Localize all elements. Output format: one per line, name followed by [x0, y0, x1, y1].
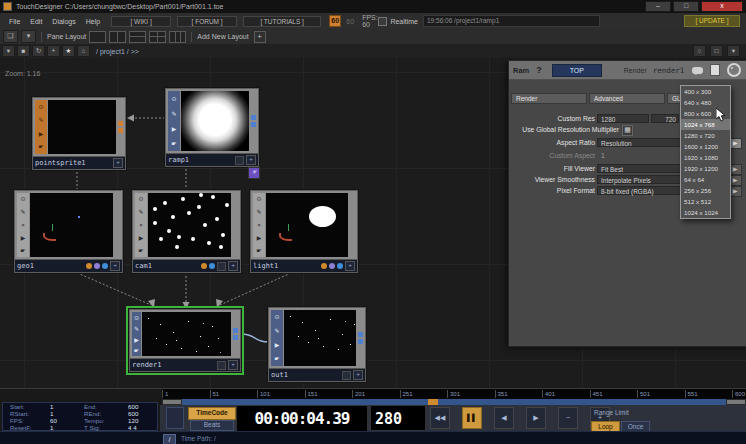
palette-dot-blue[interactable] — [102, 263, 108, 269]
node-light1[interactable]: ⊙✎×▶☛light1+ — [250, 190, 358, 273]
palette-dot-orange[interactable] — [86, 263, 92, 269]
connector[interactable] — [358, 332, 363, 337]
node-pointsprite1[interactable]: ⊙✎▶☛pointsprite1+ — [32, 97, 126, 170]
menu-item-dialogs[interactable]: Dialogs — [47, 16, 80, 27]
layout-preset-1[interactable] — [89, 31, 106, 43]
tab-advanced[interactable]: Advanced — [589, 93, 665, 104]
language-page-icon[interactable] — [710, 64, 720, 76]
node-viewer[interactable] — [148, 193, 231, 257]
node-viewer[interactable] — [48, 100, 116, 154]
beats-mode-button[interactable]: Beats — [190, 420, 234, 431]
timeline-setting-value[interactable]: 1 — [50, 403, 84, 410]
connector[interactable] — [233, 335, 238, 340]
arrow-flag-icon[interactable]: ▶ — [21, 235, 26, 241]
frame-decrement-button[interactable]: − — [558, 407, 578, 429]
add-icon[interactable]: + — [47, 45, 60, 57]
target-icon[interactable] — [727, 63, 741, 77]
pencil-flag-icon[interactable]: ✎ — [20, 209, 25, 215]
arrow-flag-icon[interactable]: ▶ — [275, 342, 280, 348]
param-value-field[interactable]: 720 — [651, 114, 679, 123]
pane-split-icon[interactable]: □ — [710, 45, 723, 57]
node-viewer[interactable] — [30, 193, 113, 257]
connector[interactable] — [251, 122, 256, 127]
hand-flag-icon[interactable]: ☛ — [138, 248, 143, 254]
viewer-flag-icon[interactable]: ⊙ — [274, 314, 279, 320]
resolution-option[interactable]: 1920 x 1080 — [681, 152, 730, 163]
layout-preset-4[interactable] — [149, 31, 166, 43]
performance-indicator[interactable]: 60 — [329, 15, 341, 27]
menu-item-help[interactable]: Help — [81, 16, 105, 27]
timeline-setting-value[interactable]: 1 — [50, 424, 84, 431]
checkbox-icon[interactable]: ▦ — [622, 125, 633, 136]
node-plus-button[interactable]: + — [110, 261, 120, 271]
realtime-checkbox[interactable] — [378, 17, 387, 26]
layout-preset-3[interactable] — [129, 31, 146, 43]
flag-box[interactable] — [235, 156, 244, 165]
pencil-flag-icon[interactable]: ✎ — [171, 111, 176, 117]
palette-dot-orange[interactable] — [201, 263, 207, 269]
timeline-setting-value[interactable]: 1 — [50, 410, 84, 417]
timeline-setting-value[interactable]: 600 — [128, 410, 166, 417]
viewer-flag-icon[interactable]: ⊙ — [38, 104, 43, 110]
menu-link-1[interactable]: [ FORUM ] — [177, 16, 237, 27]
hand-flag-icon[interactable]: ☛ — [38, 144, 43, 150]
tab-render[interactable]: Render — [511, 93, 587, 104]
viewer-flag-icon[interactable]: ⊙ — [138, 196, 143, 202]
comment-bubble-icon[interactable] — [692, 67, 703, 74]
ramp-badge-icon[interactable]: ✳ — [248, 167, 260, 179]
pencil-flag-icon[interactable]: ✎ — [134, 326, 139, 332]
timeline-setting-value[interactable]: 4 4 — [128, 424, 166, 431]
network-path-breadcrumb[interactable]: / project1 / >> — [96, 48, 139, 55]
resolution-dropdown[interactable]: 400 x 300640 x 480800 x 6001024 x 768128… — [680, 85, 731, 219]
node-viewer[interactable] — [142, 312, 231, 356]
minimize-button[interactable]: – — [645, 1, 671, 12]
close-button[interactable]: x — [701, 1, 743, 12]
node-ramp1[interactable]: ⊙✎▶☛ramp1+✳ — [165, 88, 259, 167]
param-value-field[interactable]: 1280 — [597, 114, 649, 123]
node-plus-button[interactable]: + — [228, 261, 238, 271]
add-layout-button[interactable]: + — [254, 31, 266, 43]
node-out1[interactable]: ⊙✎▶☛out1+ — [268, 307, 366, 382]
resolution-option[interactable]: 1600 x 1200 — [681, 141, 730, 152]
viewer-flag-icon[interactable]: ⊙ — [134, 315, 139, 321]
connector[interactable] — [233, 328, 238, 333]
root-path-button[interactable]: / — [163, 434, 176, 444]
flag-box[interactable] — [342, 371, 351, 380]
connector[interactable] — [118, 128, 123, 133]
node-viewer[interactable] — [266, 193, 348, 257]
palette-dot-blue[interactable] — [337, 263, 343, 269]
connector[interactable] — [358, 339, 363, 344]
stop-icon[interactable]: ■ — [17, 45, 30, 57]
timeline-setting-value[interactable]: 60 — [50, 417, 84, 424]
palette-dot-purple[interactable] — [94, 263, 100, 269]
help-icon[interactable]: ? — [536, 65, 542, 75]
palette-dot-orange[interactable] — [321, 263, 327, 269]
resolution-option[interactable]: 512 x 512 — [681, 196, 730, 207]
layout-preset-5[interactable] — [169, 31, 186, 43]
resolution-option[interactable]: 400 x 300 — [681, 86, 730, 97]
step-back-button[interactable]: ◀ — [494, 407, 514, 429]
arrow-flag-icon[interactable]: ▶ — [139, 235, 144, 241]
arrow-flag-icon[interactable]: ▶ — [39, 131, 44, 137]
refresh-icon[interactable]: ↻ — [32, 45, 45, 57]
menu-link-0[interactable]: [ WIKI ] — [111, 16, 171, 27]
hand-flag-icon[interactable]: ☛ — [171, 141, 176, 147]
network-editor[interactable]: Zoom: 1.16 Ram ? TOP — [0, 58, 746, 388]
flag-box[interactable] — [217, 361, 226, 370]
timeline-handle[interactable] — [166, 407, 184, 429]
connector[interactable] — [251, 115, 256, 120]
timecode-mode-button[interactable]: TimeCode — [188, 407, 236, 420]
resolution-option[interactable]: 640 x 480 — [681, 97, 730, 108]
menu-item-edit[interactable]: Edit — [25, 16, 47, 27]
home-icon[interactable]: ⌂ — [77, 45, 90, 57]
resolution-option[interactable]: 64 x 64 — [681, 174, 730, 185]
pane-circle-icon[interactable]: ○ — [693, 45, 706, 57]
hand-flag-icon[interactable]: ☛ — [20, 248, 25, 254]
pane-window-icon[interactable]: ❏ — [3, 30, 18, 43]
node-viewer[interactable] — [284, 310, 356, 366]
menu-link-2[interactable]: [ TUTORIALS ] — [243, 16, 321, 27]
viewer-flag-icon[interactable]: ⊙ — [256, 196, 261, 202]
pencil-flag-icon[interactable]: ✎ — [38, 117, 43, 123]
timeline-setting-value[interactable]: 120 — [128, 417, 166, 424]
operator-name-field[interactable]: render1 — [653, 66, 685, 75]
